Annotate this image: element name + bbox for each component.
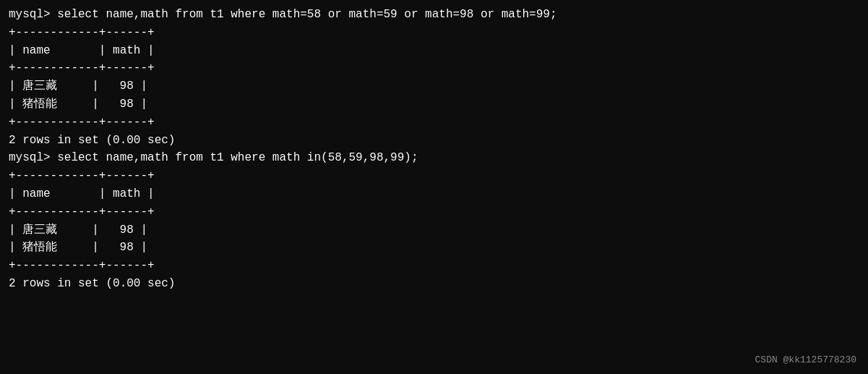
terminal-content: mysql> select name,math from t1 where ma… [9, 6, 859, 293]
table-header-2: | name | math | [9, 185, 859, 203]
command-line-1: mysql> select name,math from t1 where ma… [9, 6, 859, 24]
table-border-1a: +------------+------+ [9, 24, 859, 42]
command-line-2: mysql> select name,math from t1 where ma… [9, 149, 859, 167]
table-row-2-1: | 唐三藏 | 98 | [9, 221, 859, 239]
terminal-window: mysql> select name,math from t1 where ma… [9, 6, 859, 368]
table-row-2-2: | 猪悟能 | 98 | [9, 239, 859, 257]
table-border-2a: +------------+------+ [9, 167, 859, 185]
table-border-1b: +------------+------+ [9, 59, 859, 77]
watermark: CSDN @kk1125778230 [755, 354, 856, 365]
table-border-2c: +------------+------+ [9, 257, 859, 275]
table-header-1: | name | math | [9, 42, 859, 60]
table-row-1-2: | 猪悟能 | 98 | [9, 95, 859, 114]
result-1: 2 rows in set (0.00 sec) [9, 132, 859, 150]
table-border-1c: +------------+------+ [9, 114, 859, 132]
table-row-1-1: | 唐三藏 | 98 | [9, 77, 859, 95]
table-border-2b: +------------+------+ [9, 203, 859, 221]
result-2: 2 rows in set (0.00 sec) [9, 275, 859, 293]
